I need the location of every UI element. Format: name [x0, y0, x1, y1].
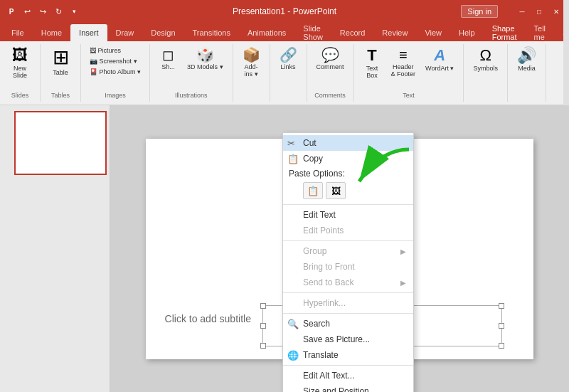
- menu-item-edit-text[interactable]: Edit Text: [283, 207, 413, 223]
- menu-item-edit-alt[interactable]: Edit Alt Text...: [283, 368, 413, 383]
- handle-mr[interactable]: [499, 323, 504, 329]
- media-icon: 🔊: [517, 48, 536, 63]
- redo-btn[interactable]: ↪: [37, 6, 48, 17]
- illustrations-group-label: Illustrations: [175, 92, 208, 100]
- addins-btn[interactable]: 📦 Add-ins ▾: [239, 46, 264, 80]
- media-btn[interactable]: 🔊 Media: [514, 46, 540, 74]
- menu-item-group: Group ▶: [283, 243, 413, 259]
- sep-2: [283, 240, 413, 241]
- text-group-label: Text: [403, 92, 415, 100]
- ribbon-group-links: 🔗 Links: [270, 44, 307, 102]
- cut-icon: ✂: [287, 138, 295, 149]
- comments-group-label: Comments: [314, 92, 346, 100]
- title-bar-right: Sign in ─ □ ✕: [461, 4, 563, 18]
- title-bar-left: P ↩ ↪ ↻ ▾: [6, 6, 80, 17]
- images-group-label: Images: [105, 92, 126, 100]
- screenshot-icon: 📷 Screenshot ▾: [90, 58, 137, 65]
- symbols-btn[interactable]: Ω Symbols: [469, 46, 501, 74]
- ribbon-group-slides: 🖼 NewSlide Slides: [0, 44, 41, 102]
- window-title: Presentation1 - PowerPoint: [233, 6, 336, 16]
- ribbon-tabs: File Home Insert Draw Design Transitions…: [0, 23, 569, 41]
- maximize-btn[interactable]: □: [532, 4, 546, 18]
- photo-album-icon: 🎴 Photo Album ▾: [90, 68, 141, 75]
- slide-panel: 1: [0, 105, 110, 392]
- sep-4: [283, 313, 413, 314]
- tab-animations[interactable]: Animations: [239, 24, 294, 41]
- symbols-icon: Ω: [479, 48, 491, 63]
- tab-slideshow[interactable]: Slide Show: [294, 24, 331, 41]
- tab-record[interactable]: Record: [331, 24, 373, 41]
- tab-draw[interactable]: Draw: [107, 24, 143, 41]
- 3d-models-btn[interactable]: 🎲 3D Models ▾: [184, 46, 227, 73]
- tab-home[interactable]: Home: [33, 24, 70, 41]
- menu-item-bring-front: Bring to Front: [283, 259, 413, 275]
- new-slide-icon: 🖼: [12, 48, 28, 63]
- shapes-icon: ◻: [162, 48, 174, 62]
- copy-icon: 📋: [287, 154, 299, 164]
- close-btn[interactable]: ✕: [549, 4, 563, 18]
- tab-help[interactable]: Help: [450, 24, 484, 41]
- sep-1: [283, 204, 413, 205]
- tab-tell-me[interactable]: Tell me: [526, 24, 555, 41]
- pictures-btn[interactable]: 🖼 Pictures: [87, 46, 124, 55]
- menu-item-hyperlink: Hyperlink...: [283, 295, 413, 311]
- slides-group-label: Slides: [11, 92, 29, 100]
- handle-tr[interactable]: [499, 303, 504, 309]
- menu-item-translate[interactable]: 🌐 Translate: [283, 347, 413, 363]
- links-icon: 🔗: [280, 48, 297, 62]
- send-back-submenu-arrow: ▶: [400, 279, 406, 287]
- main-area: 1 Click to add subtitle: [0, 105, 569, 392]
- menu-item-cut[interactable]: ✂ Cut: [283, 135, 413, 151]
- wordart-icon: A: [434, 48, 445, 63]
- slide-thumbnail[interactable]: [14, 111, 107, 175]
- ribbon-group-media: 🔊 Media: [508, 44, 546, 102]
- menu-item-search[interactable]: 🔍 Search: [283, 316, 413, 332]
- customize-btn[interactable]: ▾: [68, 6, 80, 17]
- undo-btn[interactable]: ↩: [21, 6, 33, 17]
- wordart-btn[interactable]: A WordArt ▾: [422, 46, 457, 74]
- tab-review[interactable]: Review: [373, 24, 416, 41]
- tab-design[interactable]: Design: [142, 24, 184, 41]
- signin-btn[interactable]: Sign in: [461, 5, 498, 18]
- new-slide-btn[interactable]: 🖼 NewSlide: [6, 46, 34, 81]
- tab-view[interactable]: View: [416, 24, 450, 41]
- paste-options-label: Paste Options:: [283, 166, 413, 181]
- handle-bl[interactable]: [260, 343, 266, 349]
- title-bar: P ↩ ↪ ↻ ▾ Presentation1 - PowerPoint Sig…: [0, 0, 569, 23]
- photo-album-btn[interactable]: 🎴 Photo Album ▾: [87, 67, 144, 77]
- paste-icons-row: 📋 🖼: [283, 181, 413, 202]
- shapes-btn[interactable]: ◻ Sh...: [156, 46, 181, 73]
- textbox-btn[interactable]: T TextBox: [360, 46, 385, 81]
- header-footer-btn[interactable]: ≡ Header& Footer: [388, 46, 420, 80]
- repeat-btn[interactable]: ↻: [53, 6, 64, 17]
- group-submenu-arrow: ▶: [400, 248, 406, 255]
- menu-item-copy[interactable]: 📋 Copy: [283, 151, 413, 166]
- tab-transitions[interactable]: Transitions: [184, 24, 239, 41]
- table-icon: ⊞: [53, 48, 69, 68]
- handle-br[interactable]: [499, 343, 504, 349]
- screenshot-btn[interactable]: 📷 Screenshot ▾: [87, 56, 140, 66]
- paste-btn-1[interactable]: 📋: [303, 182, 323, 199]
- links-btn[interactable]: 🔗 Links: [276, 46, 301, 73]
- textbox-icon: T: [367, 48, 376, 63]
- paste-btn-2[interactable]: 🖼: [326, 182, 346, 199]
- menu-item-size-position[interactable]: Size and Position...: [283, 383, 413, 392]
- ribbon-group-illustrations: ◻ Sh... 🎲 3D Models ▾ Illustrations: [150, 44, 233, 102]
- minimize-btn[interactable]: ─: [515, 4, 529, 18]
- tab-file[interactable]: File: [3, 24, 33, 41]
- tab-shape-format[interactable]: Shape Format: [484, 24, 526, 41]
- table-btn[interactable]: ⊞ Table: [46, 46, 75, 78]
- ribbon: 🖼 NewSlide Slides ⊞ Table Tables 🖼 Pictu…: [0, 41, 569, 105]
- 3d-models-icon: 🎲: [196, 48, 214, 62]
- menu-item-save-picture[interactable]: Save as Picture...: [283, 332, 413, 347]
- comment-btn[interactable]: 💬 Comment: [313, 46, 348, 73]
- tables-group-label: Tables: [51, 92, 70, 100]
- pictures-icon: 🖼 Pictures: [90, 47, 121, 54]
- context-menu: ✂ Cut 📋 Copy Paste Options: 📋 🖼 Edit Tex…: [282, 132, 414, 392]
- ribbon-group-tables: ⊞ Table Tables: [41, 44, 81, 102]
- menu-item-send-back: Send to Back ▶: [283, 275, 413, 290]
- ribbon-group-comments: 💬 Comment Comments: [307, 44, 354, 102]
- translate-icon: 🌐: [287, 350, 299, 361]
- table-label: Table: [53, 69, 68, 76]
- tab-insert[interactable]: Insert: [70, 24, 107, 41]
